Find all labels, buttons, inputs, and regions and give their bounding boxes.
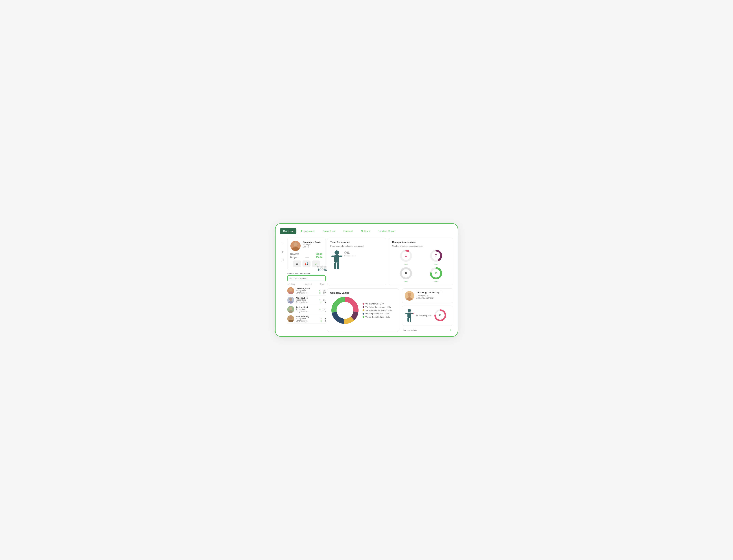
legend-dot-2 bbox=[363, 309, 365, 311]
nav-bar: Overview Engagement Cross Team Financial… bbox=[280, 228, 453, 234]
donut-item-2: 0 bbox=[392, 267, 420, 282]
search-box-wrapper: Search Team by Surname bbox=[287, 272, 326, 281]
menu-icon[interactable]: ☰ bbox=[282, 241, 284, 245]
legend-dot-1 bbox=[363, 306, 365, 308]
recognition-title: Recognition received bbox=[392, 241, 450, 243]
profile-info: Spacman, David Manager UNIT 7 bbox=[303, 241, 321, 248]
svg-text:8: 8 bbox=[439, 313, 441, 317]
svg-rect-12 bbox=[334, 255, 339, 262]
mr-score-svg: 8 bbox=[434, 309, 446, 321]
donut-item-0: 1 bbox=[392, 249, 420, 265]
settings-btn[interactable]: ⚙ bbox=[293, 260, 301, 267]
team-member[interactable]: Almond, Lee Recognitions 1 21 Congratula… bbox=[287, 295, 326, 305]
svg-point-33 bbox=[337, 302, 354, 319]
quote-avatar bbox=[405, 291, 414, 301]
donut-item-1: 7 bbox=[422, 249, 450, 265]
outer-wrapper: Overview Engagement Cross Team Financial… bbox=[275, 223, 458, 337]
profile-top: Spacman, David Manager UNIT 7 bbox=[291, 241, 323, 251]
member-avatar-2 bbox=[287, 306, 294, 313]
header-received: Recieved bbox=[304, 283, 312, 285]
donut-svg-0: 1 bbox=[399, 249, 412, 262]
legend-dot-0 bbox=[363, 303, 365, 305]
we-play-label: We play to Win bbox=[403, 329, 417, 331]
link-icon[interactable]: ⊔ bbox=[282, 258, 284, 262]
team-member[interactable]: Roskin, Hank Recognitions 5 37 Congratul… bbox=[287, 305, 326, 314]
search-input[interactable] bbox=[287, 275, 326, 281]
quote-card: "It's tough at the top!" ...Told you! x … bbox=[402, 288, 453, 303]
quote-sub2: ...Try staying there!" bbox=[416, 297, 441, 299]
profile-name: Spacman, David bbox=[303, 241, 321, 243]
budget-label: Budget: bbox=[291, 256, 298, 259]
member-rec-1: Recognitions 1 21 bbox=[296, 299, 326, 301]
svg-rect-16 bbox=[337, 262, 339, 269]
quote-text: "It's tough at the top!" bbox=[416, 291, 441, 294]
legend-item-3: We put patients first - 21% bbox=[363, 313, 392, 315]
donut-grid: 1 7 bbox=[392, 249, 450, 282]
profile-role: Manager bbox=[303, 243, 321, 246]
svg-point-3 bbox=[289, 288, 292, 291]
svg-point-37 bbox=[407, 309, 411, 312]
svg-point-8 bbox=[288, 310, 293, 313]
mr-label-container: Most recognised bbox=[416, 314, 432, 317]
con-received-0: 3 bbox=[319, 292, 321, 294]
tab-network[interactable]: Network bbox=[358, 228, 373, 234]
tab-financial[interactable]: Financial bbox=[340, 228, 356, 234]
svg-rect-41 bbox=[407, 318, 409, 322]
member-info-3: Paul, Anthony Recognitions 7 0 Congratul… bbox=[296, 315, 326, 322]
legend-item-0: We play to win - 27% bbox=[363, 303, 392, 305]
member-name-0: Cormack, Fran bbox=[296, 287, 326, 290]
tablet-frame: Overview Engagement Cross Team Financial… bbox=[275, 223, 458, 337]
legend-item-4: We do the right thing - 28% bbox=[363, 316, 392, 318]
search-label: Search Team by Surname bbox=[287, 272, 326, 275]
company-values-title: Company Values bbox=[330, 291, 396, 294]
profile-budget: Budget: 750.00 bbox=[291, 256, 323, 259]
member-con-2: Congratulations 1 3 bbox=[296, 311, 326, 313]
member-rec-0: Recognitions 6 26 bbox=[296, 290, 326, 292]
tab-cross-team[interactable]: Cross Team bbox=[319, 228, 339, 234]
donut-item-3: 13 bbox=[422, 267, 450, 282]
member-info-1: Almond, Lee Recognitions 1 21 Congratula… bbox=[296, 297, 326, 303]
recognition-right-panel: "It's tough at the top!" ...Told you! x … bbox=[402, 288, 453, 332]
svg-point-10 bbox=[288, 320, 293, 322]
legend-item-2: We are entrepreneurial - 13% bbox=[363, 309, 392, 311]
member-con-1: Congratulations 2 3 bbox=[296, 301, 326, 303]
donut-svg-2: 0 bbox=[399, 267, 412, 280]
tab-overview[interactable]: Overview bbox=[280, 228, 297, 234]
tab-engagement[interactable]: Engagement bbox=[298, 228, 318, 234]
team-member[interactable]: Paul, Anthony Recognitions 7 0 Congratul… bbox=[287, 314, 326, 324]
profile-balance: Balance: 550.00 bbox=[291, 253, 323, 255]
team-member[interactable]: Cormack, Fran Recognitions 6 26 Congratu… bbox=[287, 286, 326, 295]
svg-text:13: 13 bbox=[435, 272, 438, 275]
tab-directors-report[interactable]: Directors Report bbox=[374, 228, 398, 234]
company-values-content: We play to win - 27% We follow the scien… bbox=[330, 296, 396, 325]
balance-label: Balance: bbox=[291, 253, 299, 255]
legend-dot-3 bbox=[363, 313, 365, 315]
svg-point-4 bbox=[288, 292, 293, 294]
svg-text:7: 7 bbox=[435, 254, 437, 257]
svg-rect-13 bbox=[332, 256, 334, 257]
member-name-2: Roskin, Hank bbox=[296, 306, 326, 308]
figure-container: 0% Not recognised: Recognised: 100% bbox=[330, 249, 343, 274]
announce-btn[interactable]: 📢 bbox=[303, 260, 311, 267]
arrow-icon[interactable]: ▶ bbox=[282, 250, 284, 254]
dot-indicators-3 bbox=[434, 281, 438, 282]
member-name-1: Almond, Lee bbox=[296, 297, 326, 299]
mr-figure-svg bbox=[405, 308, 414, 323]
svg-point-1 bbox=[292, 247, 299, 251]
company-values-panel: Company Values bbox=[327, 288, 399, 332]
svg-text:1: 1 bbox=[405, 254, 407, 257]
rec-given-0: 26 bbox=[324, 290, 326, 292]
team-penetration-subtitle: Percentage of employees recognised: bbox=[330, 245, 383, 247]
svg-point-6 bbox=[288, 301, 293, 304]
svg-rect-42 bbox=[409, 318, 411, 322]
budget-value: 750.00 bbox=[316, 256, 323, 259]
chevron-right-icon[interactable]: » bbox=[450, 328, 451, 332]
svg-point-11 bbox=[335, 250, 339, 255]
left-panel: Spacman, David Manager UNIT 7 Balance: 5… bbox=[287, 238, 326, 332]
team-penetration-title: Team Penetration bbox=[330, 241, 383, 243]
svg-point-2 bbox=[294, 242, 298, 246]
header-given: Given bbox=[320, 283, 325, 285]
legend-dot-4 bbox=[363, 316, 365, 318]
svg-point-5 bbox=[289, 298, 292, 301]
svg-rect-38 bbox=[407, 313, 411, 318]
